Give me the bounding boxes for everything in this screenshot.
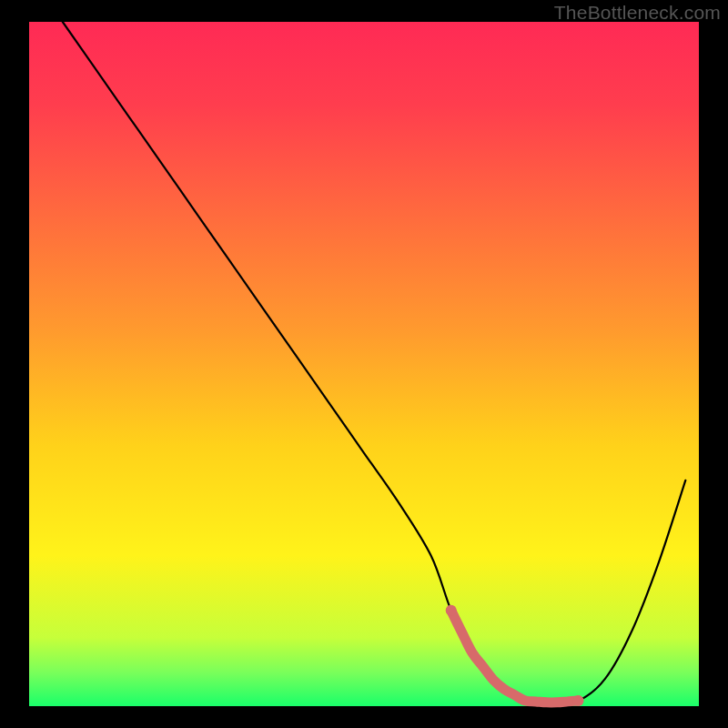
chart-svg bbox=[0, 0, 728, 728]
bottleneck-chart: TheBottleneck.com bbox=[0, 0, 728, 728]
highlight-dot-left bbox=[446, 605, 457, 616]
watermark-text: TheBottleneck.com bbox=[554, 2, 721, 24]
plot-background bbox=[29, 22, 699, 706]
highlight-dot-right bbox=[573, 695, 584, 706]
